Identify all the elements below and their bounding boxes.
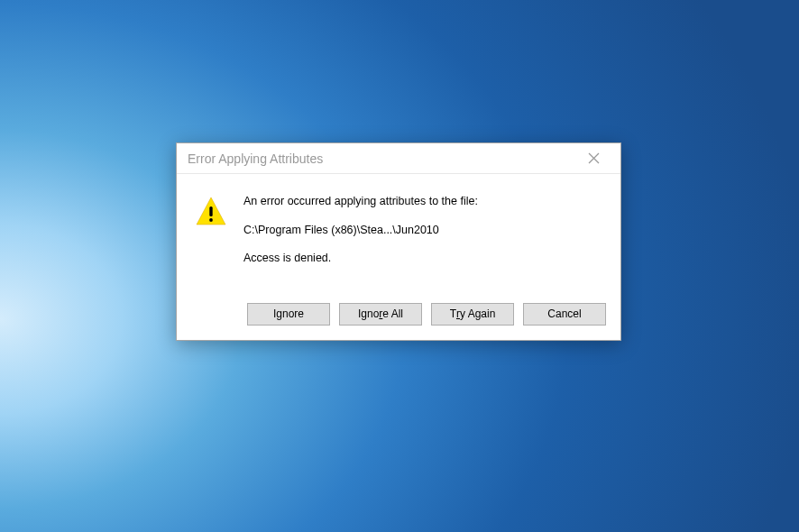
cancel-button[interactable]: Cancel — [523, 303, 606, 326]
error-detail: Access is denied. — [243, 251, 602, 267]
error-file-path: C:\Program Files (x86)\Stea...\Jun2010 — [243, 223, 602, 239]
try-again-button[interactable]: Try Again — [431, 303, 514, 326]
close-button[interactable] — [575, 147, 611, 170]
svg-rect-2 — [209, 206, 212, 216]
ignore-button[interactable]: Ignore — [247, 303, 330, 326]
ignore-all-button[interactable]: Ignore All — [339, 303, 422, 326]
error-dialog: Error Applying Attributes An error occur… — [176, 142, 621, 341]
dialog-button-bar: Ignore Ignore All Try Again Cancel — [177, 290, 620, 340]
dialog-titlebar[interactable]: Error Applying Attributes — [177, 143, 620, 174]
dialog-content: An error occurred applying attributes to… — [177, 174, 620, 290]
close-icon — [588, 152, 600, 164]
warning-icon — [195, 196, 227, 228]
dialog-messages: An error occurred applying attributes to… — [243, 194, 602, 274]
error-heading: An error occurred applying attributes to… — [243, 194, 602, 210]
svg-point-3 — [209, 218, 213, 222]
dialog-title: Error Applying Attributes — [188, 151, 323, 166]
